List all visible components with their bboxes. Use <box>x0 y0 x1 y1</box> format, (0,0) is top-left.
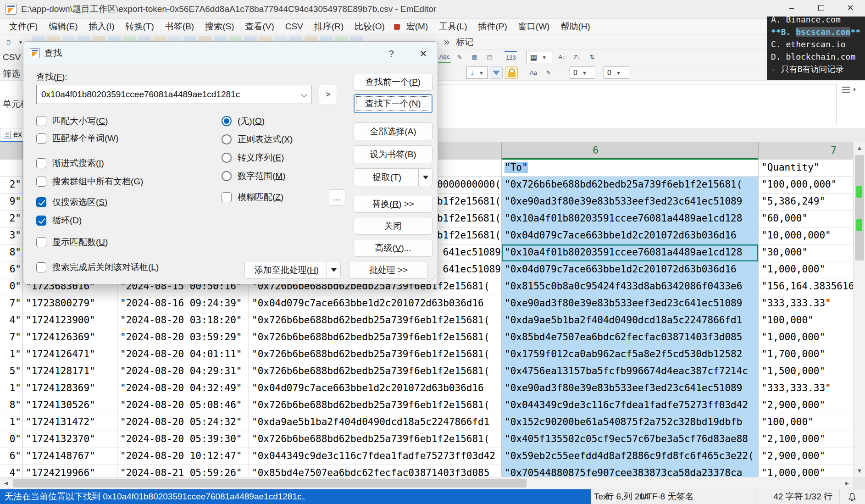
menu-item[interactable]: 工具(L) <box>433 21 472 33</box>
cell-datetime[interactable]: "2024-08-20 05:08:46" <box>117 397 249 414</box>
column-header-7[interactable]: 7 <box>759 142 853 160</box>
cell-quantity[interactable]: "10,000,000" <box>759 227 853 244</box>
close-dialog-button[interactable]: 关闭 <box>354 217 432 235</box>
scroll-up-icon[interactable]: ▲ <box>854 142 865 154</box>
cell-rownum-tail[interactable]: 6" <box>0 261 23 278</box>
find-next-button[interactable]: 查找下一个(N) <box>354 94 432 113</box>
cell-rownum-tail[interactable]: 1" <box>0 346 23 363</box>
menu-item[interactable]: 插件(P) <box>472 21 512 33</box>
cell-quantity[interactable]: "1,500,000" <box>759 363 853 380</box>
find-dialog-titlebar[interactable]: 查找 <box>23 42 438 65</box>
cell-rownum-tail[interactable]: 1" <box>0 380 23 397</box>
cell-from[interactable]: "0x044349c9de3c116c7fdea1fadfe75273ff03d… <box>249 448 502 465</box>
cell-unixtimestamp[interactable]: "1724128171" <box>23 363 117 380</box>
menu-item[interactable]: 编辑(E) <box>43 21 83 33</box>
cell-datetime[interactable]: "2024-08-20 04:32:49" <box>117 380 249 397</box>
cell-rownum-tail[interactable]: 4" <box>0 465 23 477</box>
cell-unixtimestamp[interactable]: "1724130526" <box>23 397 117 414</box>
cell-to[interactable]: "To" <box>502 160 759 177</box>
cell-unixtimestamp[interactable]: "1724132370" <box>23 431 117 448</box>
cell-to[interactable]: "0x04d079c7ace663bbe1d2c201072d63b036d16 <box>502 227 759 244</box>
cell-to[interactable]: "0x4756ea13157ba5fcfb996674d4eac387cf721… <box>502 363 759 380</box>
goto-row-combo[interactable]: ↓▼ <box>466 66 488 79</box>
delimiter-combo[interactable]: ▦▼ <box>527 51 553 63</box>
cell-quantity[interactable]: "5,386,249" <box>759 194 853 210</box>
cell-datetime[interactable]: "2024-08-20 04:01:11" <box>117 346 249 363</box>
cell-rownum-tail[interactable]: 0" <box>0 278 23 295</box>
table-view-icon[interactable]: ▤ <box>483 51 496 63</box>
scroll-left-icon[interactable]: ◄ <box>0 477 12 489</box>
cell-rownum-tail[interactable]: 2" <box>0 210 23 227</box>
checkbox-whole-word[interactable]: 匹配整个单词(W) <box>36 133 119 144</box>
cell-quantity[interactable]: "333,333.33" <box>759 380 853 397</box>
radio-number-range[interactable]: 数字范围(M) <box>222 170 285 182</box>
add-to-batch-dropdown[interactable] <box>327 261 340 278</box>
checkbox-search-all-documents[interactable]: 搜索群组中所有文档(G) <box>36 176 143 188</box>
checkbox-incremental-search[interactable]: 渐进式搜索(I) <box>36 157 104 169</box>
filter-column-combo[interactable]: 0▼ <box>570 66 595 79</box>
checkbox-show-match-count[interactable]: 显示匹配数(U) <box>36 236 108 248</box>
toolbar-overflow-chevron[interactable]: » <box>444 36 449 48</box>
cell-to[interactable]: "0x10a4f01b80203591ccee76081a4489ae1cd12… <box>502 210 759 227</box>
checkbox-match-case[interactable]: 匹配大小写(C) <box>36 115 108 127</box>
scroll-right-icon[interactable]: ► <box>841 477 853 489</box>
menu-item[interactable]: 比较(O) <box>349 21 390 33</box>
resize-grip[interactable]: ⋰ <box>428 274 436 283</box>
filter-row-combo[interactable]: 0▼ <box>604 66 629 79</box>
add-to-batch-button[interactable]: 添加至批处理(H) <box>244 261 341 279</box>
checkbox-search-selection-only[interactable]: 仅搜索选区(S) <box>36 196 107 208</box>
find-previous-button[interactable]: 查找前一个(P) <box>354 73 432 91</box>
panel-menu-button[interactable]: ▼ <box>840 84 857 95</box>
column-header-6[interactable]: 6 <box>502 142 759 160</box>
filter-options-icon[interactable]: ✎ <box>542 66 555 79</box>
cell-quantity[interactable]: "100,000,000" <box>759 177 853 194</box>
cell-rownum-tail[interactable]: 9" <box>0 194 23 210</box>
menu-item[interactable]: 查看(V) <box>240 21 280 33</box>
sort-ascending-icon[interactable]: A↓ <box>555 51 568 63</box>
radio-regular-expression[interactable]: 正则表达式(X) <box>222 133 293 145</box>
vertical-scrollbar[interactable]: ▲ ▼ <box>853 142 865 477</box>
cell-to[interactable]: "0x59eb2c55eefdd4d8af2886c9fd8fc6f465c3e… <box>502 448 759 465</box>
maximize-button[interactable] <box>806 0 836 16</box>
menu-item[interactable]: 帮助(H) <box>555 21 595 33</box>
cell-from[interactable]: "0x726b6be688bd62bedb25a739f6eb1f2e15681… <box>249 363 502 380</box>
cell-quantity[interactable]: "100,000" <box>759 312 853 329</box>
cell-quantity[interactable]: "1,000,000" <box>759 261 853 278</box>
checkbox-fuzzy-match[interactable]: 模糊匹配(Z) <box>222 191 283 203</box>
cell-unixtimestamp[interactable]: "1724123900" <box>23 312 117 329</box>
expand-button[interactable]: > <box>319 84 337 105</box>
cell-to[interactable]: "0x044349c9de3c116c7fdea1fadfe75273ff03d… <box>502 397 759 414</box>
grid-view-icon[interactable]: ▦ <box>468 51 481 63</box>
cell-unixtimestamp[interactable]: "1724126369" <box>23 329 117 346</box>
sort-toggle-icon[interactable]: ⇅ <box>586 51 599 63</box>
cell-quantity[interactable]: "1,000,000" <box>759 465 853 477</box>
cell-from[interactable]: "0x726b6be688bd62bedb25a739f6eb1f2e15681… <box>249 346 502 363</box>
cell-unixtimestamp[interactable]: "1724126471" <box>23 346 117 363</box>
marks-box[interactable] <box>436 84 837 124</box>
cell-quantity[interactable]: "2,900,000" <box>759 397 853 414</box>
replace-button[interactable]: 替换(R) >> <box>354 195 432 213</box>
cell-rownum-tail[interactable]: 5" <box>0 363 23 380</box>
cell-rownum-tail[interactable]: 4" <box>0 312 23 329</box>
menu-item[interactable]: 文件(F) <box>4 21 43 33</box>
cell-to[interactable]: "0x85bd4e7507ea6bdc62fecfac03871403f3d08… <box>502 329 759 346</box>
cell-to[interactable]: "0xe90ad3f80e39e83b533eef3ed23c641ec5108… <box>502 295 759 312</box>
extract-button[interactable]: 提取(T) <box>354 168 432 186</box>
menu-item[interactable]: 宏(M) <box>401 21 433 33</box>
notification-area[interactable] <box>840 489 865 504</box>
menu-item[interactable]: CSV <box>280 22 309 32</box>
cell-unixtimestamp[interactable]: "1724219966" <box>23 465 117 477</box>
cell-rownum-tail[interactable]: 3" <box>0 227 23 244</box>
more-options-button[interactable]: ... <box>328 189 345 206</box>
cell-unixtimestamp[interactable]: "1724131472" <box>23 414 117 431</box>
cell-rownum-tail[interactable] <box>0 160 23 177</box>
cell-unixtimestamp[interactable]: "1723800279" <box>23 295 117 312</box>
cell-to[interactable]: "0x1759f012ca0ab962acf5a8e2f5cd530db1258… <box>502 346 759 363</box>
cell-to[interactable]: "0x04d079c7ace663bbe1d2c201072d63b036d16 <box>502 261 759 278</box>
cell-rownum-tail[interactable]: 8" <box>0 397 23 414</box>
cell-from[interactable]: "0x726b6be688bd62bedb25a739f6eb1f2e15681… <box>249 431 502 448</box>
lock-icon[interactable] <box>505 66 518 79</box>
cell-datetime[interactable]: "2024-08-20 03:59:29" <box>117 329 249 346</box>
help-button[interactable]: ? <box>382 46 400 61</box>
cell-from[interactable]: "0xda9ae5b1ba2f404d0490dcd18a5c2247866fd… <box>249 414 502 431</box>
